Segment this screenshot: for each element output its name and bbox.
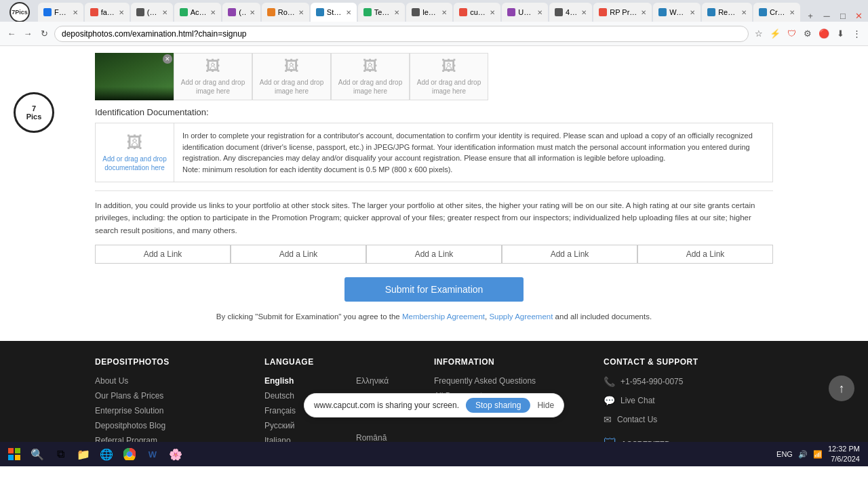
tabs-row: 7Pics Fol...✕ fake:✕ (78)✕ Acc...✕ (2:✕ …: [0, 0, 868, 22]
image-upload-2[interactable]: 🖼 Add or drag and drop image here: [174, 53, 252, 100]
svg-rect-3: [15, 455, 20, 460]
refresh-button[interactable]: ↻: [38, 28, 50, 40]
page-content: 7Pics ✕ 🖼 Add or drag and drop image her…: [0, 46, 868, 442]
tab-14[interactable]: ReG...✕: [702, 3, 752, 22]
id-upload-area[interactable]: 🖼 Add or drag and drop documentation her…: [96, 123, 174, 182]
tab-active[interactable]: Sto...✕: [311, 3, 357, 22]
footer-link-plans[interactable]: Our Plans & Prices: [95, 391, 264, 401]
footer: DEPOSITPHOTOS About Us Our Plans & Price…: [0, 341, 868, 442]
tab-11[interactable]: 4k...✕: [549, 3, 592, 22]
remove-image-button[interactable]: ✕: [163, 54, 172, 64]
browser-toolbar: ← → ↻ ☆ ⚡ 🛡 ⚙ 🔴 ⬇ ⋮: [0, 22, 868, 46]
lang-english[interactable]: English: [264, 376, 342, 386]
tab-5[interactable]: Roy...✕: [262, 3, 309, 22]
hide-banner-button[interactable]: Hide: [537, 401, 554, 410]
footer-contact-us[interactable]: ✉ Contact Us: [604, 414, 773, 425]
portfolio-description: In addition, you could provide us links …: [95, 199, 773, 237]
tab-4[interactable]: (2:✕: [222, 3, 260, 22]
taskbar: 🔍 ⧉ 📁 🌐 W 🌸 ENG 🔊 📶 12:32 PM 7/6/2024: [0, 442, 868, 466]
extension-icon-1[interactable]: ⚡: [769, 28, 781, 40]
footer-info-heading: INFORMATION: [434, 357, 604, 367]
supply-agreement-link[interactable]: Supply Agreement: [489, 312, 553, 321]
browser-frame: 7Pics Fol...✕ fake:✕ (78)✕ Acc...✕ (2:✕ …: [0, 0, 868, 46]
maximize-button[interactable]: □: [837, 9, 849, 22]
task-view-button[interactable]: ⧉: [50, 444, 71, 464]
upload-icon-2: 🖼: [205, 58, 220, 75]
add-link-button-4[interactable]: Add a Link: [502, 245, 637, 264]
search-taskbar[interactable]: 🔍: [27, 444, 47, 464]
tab-9[interactable]: cutt...✕: [454, 3, 500, 22]
footer-link-referral[interactable]: Referral Program: [95, 436, 264, 442]
chrome-browser-button[interactable]: [119, 444, 140, 464]
upload-text-4: Add or drag and drop image here: [332, 78, 409, 96]
close-window-button[interactable]: ✕: [853, 9, 865, 22]
tab-1[interactable]: fake:✕: [85, 3, 130, 22]
image-upload-4[interactable]: 🖼 Add or drag and drop image here: [331, 53, 410, 100]
upload-text-5: Add or drag and drop image here: [410, 78, 488, 96]
forward-button[interactable]: →: [22, 28, 34, 40]
upload-icon-4: 🖼: [363, 58, 378, 75]
back-button[interactable]: ←: [5, 28, 18, 40]
add-link-button-1[interactable]: Add a Link: [95, 245, 231, 264]
lang-russian[interactable]: Русский: [264, 421, 342, 430]
extension-icon-3[interactable]: ⚙: [802, 28, 814, 40]
tab-8[interactable]: lexi...✕: [406, 3, 452, 22]
id-box: 🖼 Add or drag and drop documentation her…: [95, 123, 773, 182]
footer-link-faq[interactable]: Frequently Asked Questions: [434, 376, 604, 386]
footer-link-enterprise[interactable]: Enterprise Solution: [95, 406, 264, 415]
main-content: ✕ 🖼 Add or drag and drop image here 🖼 Ad…: [0, 53, 868, 321]
tab-10[interactable]: Upl...✕: [502, 3, 548, 22]
tab-12[interactable]: RP Pre...✕: [593, 3, 652, 22]
taskbar-clock: 12:32 PM 7/6/2024: [828, 444, 860, 465]
upload-text-2: Add or drag and drop image here: [174, 78, 252, 96]
edge-browser-button[interactable]: 🌐: [96, 444, 117, 464]
new-tab-button[interactable]: +: [804, 9, 816, 22]
accredited-label: ACCREDITED: [621, 440, 670, 442]
lang-romana[interactable]: Română: [356, 433, 434, 442]
svg-point-5: [127, 451, 132, 457]
add-link-button-5[interactable]: Add a Link: [637, 245, 773, 264]
tab-15[interactable]: Cre...✕: [753, 3, 800, 22]
tab-0[interactable]: Fol...✕: [38, 3, 83, 22]
taskbar-app-4[interactable]: 🌸: [165, 444, 186, 464]
footer-language-heading: LANGUAGE: [264, 357, 434, 367]
download-icon[interactable]: ⬇: [834, 28, 846, 40]
bookmark-icon[interactable]: ☆: [753, 28, 765, 40]
lang-italiano[interactable]: Italiano: [264, 436, 342, 442]
id-note: Note: minimum resolution for each identi…: [182, 165, 452, 174]
add-link-button-2[interactable]: Add a Link: [231, 245, 366, 264]
network-icon: 📶: [813, 450, 823, 459]
scroll-to-top-button[interactable]: ↑: [829, 375, 854, 401]
extension-icon-2[interactable]: 🛡: [785, 28, 797, 40]
tab-13[interactable]: Wel...✕: [653, 3, 701, 22]
image-upload-3[interactable]: 🖼 Add or drag and drop image here: [252, 53, 331, 100]
footer-live-chat[interactable]: 💬 Live Chat: [604, 395, 773, 406]
submit-examination-button[interactable]: Submit for Examination: [344, 277, 524, 302]
membership-agreement-link[interactable]: Membership Agreement: [402, 312, 485, 321]
image-upload-5[interactable]: 🖼 Add or drag and drop image here: [410, 53, 488, 100]
tab-2[interactable]: (78)✕: [131, 3, 173, 22]
tab-7[interactable]: Terr...✕: [358, 3, 406, 22]
address-bar[interactable]: [54, 26, 749, 42]
start-button[interactable]: [4, 444, 24, 464]
id-section-title: Identification Documentation:: [95, 107, 773, 117]
lang-greek[interactable]: Ελληνικά: [356, 376, 434, 386]
file-explorer-button[interactable]: 📁: [73, 444, 94, 464]
tab-3[interactable]: Acc...✕: [174, 3, 222, 22]
extension-icon-4[interactable]: 🔴: [818, 28, 830, 40]
id-upload-text: Add or drag and drop documentation here: [102, 155, 167, 172]
footer-phone: 📞 +1-954-990-0075: [604, 376, 773, 387]
accredited-icon: 🛡: [604, 436, 617, 442]
footer-link-blog[interactable]: Depositphotos Blog: [95, 421, 264, 430]
word-button[interactable]: W: [142, 444, 163, 464]
footer-link-about[interactable]: About Us: [95, 376, 264, 386]
submit-area: Submit for Examination: [95, 277, 773, 302]
minimize-button[interactable]: ─: [821, 9, 833, 22]
svg-rect-1: [15, 448, 20, 453]
stop-sharing-button[interactable]: Stop sharing: [466, 398, 530, 413]
phone-icon: 📞: [604, 376, 615, 387]
add-link-button-3[interactable]: Add a Link: [366, 245, 502, 264]
taskbar-eng: ENG: [776, 450, 793, 458]
menu-icon[interactable]: ⋮: [850, 28, 863, 40]
volume-icon: 🔊: [798, 450, 808, 459]
